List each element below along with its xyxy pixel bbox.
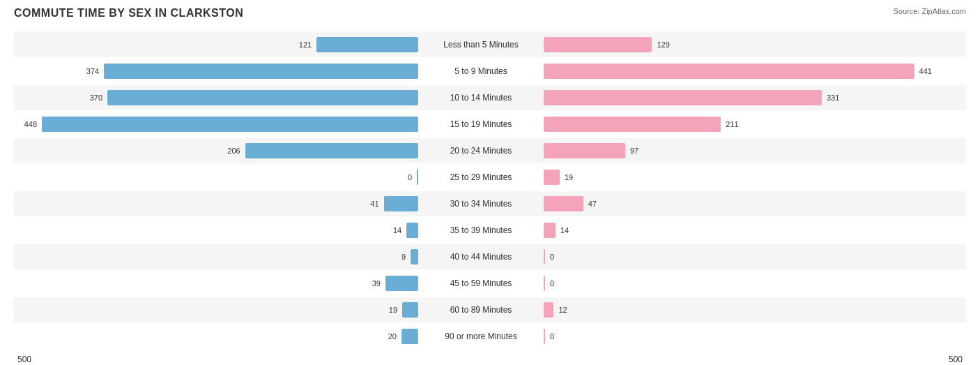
female-bar [544, 302, 553, 318]
row-inner: 448 15 to 19 Minutes 211 [14, 114, 966, 134]
source-label: Source: ZipAtlas.com [893, 7, 966, 15]
male-bar [401, 329, 418, 344]
left-side: 41 [14, 194, 418, 214]
female-bar [544, 143, 625, 158]
female-value: 47 [588, 200, 609, 208]
row-inner: 20 90 or more Minutes 0 [14, 327, 966, 346]
left-side: 370 [14, 88, 418, 107]
female-value: 0 [550, 253, 571, 261]
right-side: 47 [544, 194, 948, 214]
left-side: 448 [14, 114, 418, 134]
male-bar [316, 37, 418, 52]
category-label: 20 to 24 Minutes [418, 146, 544, 156]
table-row: 121 Less than 5 Minutes 129 [14, 32, 966, 57]
right-side: 0 [544, 247, 948, 267]
female-value: 12 [558, 306, 579, 314]
row-inner: 39 45 to 59 Minutes 0 [14, 274, 966, 293]
row-inner: 0 25 to 29 Minutes 19 [14, 167, 966, 187]
male-bar [411, 249, 418, 265]
male-value: 39 [360, 279, 381, 288]
table-row: 9 40 to 44 Minutes 0 [14, 244, 966, 269]
female-value: 0 [550, 279, 571, 288]
axis-left: 500 [14, 355, 418, 364]
male-value: 448 [16, 120, 37, 128]
male-value: 20 [376, 332, 397, 341]
category-label: 10 to 14 Minutes [418, 93, 544, 103]
female-value: 19 [565, 173, 585, 181]
female-value: 129 [657, 40, 677, 49]
male-bar [104, 64, 418, 79]
male-value: 14 [381, 226, 401, 234]
male-value: 206 [220, 147, 240, 155]
category-label: Less than 5 Minutes [418, 40, 544, 50]
right-side: 129 [544, 35, 948, 54]
female-value: 14 [560, 226, 581, 234]
male-bar [245, 143, 418, 158]
left-side: 20 [14, 327, 418, 346]
female-bar [544, 37, 652, 52]
table-row: 19 60 to 89 Minutes 12 [14, 297, 966, 322]
female-bar [544, 196, 583, 211]
male-value: 41 [358, 200, 379, 208]
row-inner: 121 Less than 5 Minutes 129 [14, 35, 966, 54]
female-bar [544, 90, 822, 105]
right-side: 331 [544, 88, 948, 107]
right-side: 211 [544, 114, 948, 134]
row-inner: 374 5 to 9 Minutes 441 [14, 61, 966, 81]
category-label: 45 to 59 Minutes [418, 278, 544, 288]
male-value: 374 [78, 67, 99, 75]
table-row: 374 5 to 9 Minutes 441 [14, 59, 966, 84]
right-side: 97 [544, 141, 948, 161]
chart-container: 121 Less than 5 Minutes 129 374 5 to 9 M… [14, 32, 966, 365]
female-value: 97 [630, 147, 651, 155]
left-side: 374 [14, 61, 418, 81]
table-row: 39 45 to 59 Minutes 0 [14, 271, 966, 296]
category-label: 15 to 19 Minutes [418, 119, 544, 129]
left-side: 39 [14, 274, 418, 293]
male-value: 0 [391, 173, 412, 181]
row-inner: 9 40 to 44 Minutes 0 [14, 247, 966, 267]
category-label: 5 to 9 Minutes [418, 66, 544, 76]
axis-labels: 500 500 [14, 355, 966, 364]
male-bar [402, 302, 418, 318]
female-bar [544, 117, 721, 132]
row-inner: 206 20 to 24 Minutes 97 [14, 141, 966, 161]
left-side: 19 [14, 300, 418, 320]
rows-container: 121 Less than 5 Minutes 129 374 5 to 9 M… [14, 32, 966, 349]
right-side: 441 [544, 61, 948, 81]
female-bar [544, 249, 545, 265]
category-label: 40 to 44 Minutes [418, 252, 544, 262]
male-bar [385, 276, 418, 291]
category-label: 35 to 39 Minutes [418, 225, 544, 235]
female-bar [544, 170, 560, 185]
left-side: 9 [14, 247, 418, 267]
male-value: 9 [385, 253, 406, 261]
female-bar [544, 329, 545, 344]
right-side: 19 [544, 167, 948, 187]
row-inner: 41 30 to 34 Minutes 47 [14, 194, 966, 214]
left-side: 121 [14, 35, 418, 54]
male-value: 121 [291, 40, 312, 49]
row-inner: 19 60 to 89 Minutes 12 [14, 300, 966, 320]
right-side: 12 [544, 300, 948, 320]
male-value: 370 [82, 94, 102, 102]
right-side: 14 [544, 221, 948, 240]
left-side: 206 [14, 141, 418, 161]
female-value: 211 [726, 120, 747, 128]
table-row: 448 15 to 19 Minutes 211 [14, 112, 966, 137]
table-row: 0 25 to 29 Minutes 19 [14, 165, 966, 190]
category-label: 25 to 29 Minutes [418, 172, 544, 182]
table-row: 14 35 to 39 Minutes 14 [14, 218, 966, 243]
female-value: 331 [827, 94, 848, 102]
male-bar [406, 223, 418, 238]
table-row: 41 30 to 34 Minutes 47 [14, 191, 966, 216]
axis-right: 500 [562, 355, 966, 364]
male-value: 19 [376, 306, 397, 314]
left-side: 14 [14, 221, 418, 240]
row-inner: 370 10 to 14 Minutes 331 [14, 88, 966, 107]
row-inner: 14 35 to 39 Minutes 14 [14, 221, 966, 240]
chart-title: COMMUTE TIME BY SEX IN CLARKSTON [14, 7, 243, 20]
male-bar [107, 90, 418, 105]
category-label: 30 to 34 Minutes [418, 199, 544, 209]
female-value: 0 [550, 332, 571, 341]
